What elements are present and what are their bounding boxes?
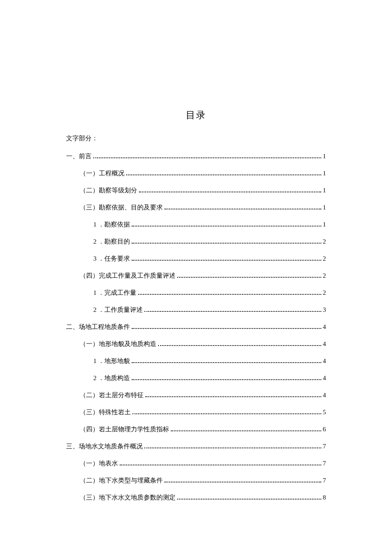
- toc-entry-text: 三、场地水文地质条件概况: [66, 441, 143, 451]
- toc-leader-dots: [177, 277, 321, 278]
- toc-entry-page: 1: [323, 168, 326, 178]
- toc-leader-dots: [120, 465, 321, 465]
- toc-entry-text: 2 ．地质构造: [93, 373, 130, 383]
- toc-entry: 2 ．工作质量评述3: [66, 305, 326, 315]
- toc-leader-dots: [177, 499, 321, 500]
- toc-entry-page: 7: [323, 441, 326, 451]
- toc-entry-page: 4: [323, 339, 326, 349]
- toc-entry: （四）完成工作量及工作质量评述2: [66, 270, 326, 281]
- toc-entry-page: 1: [323, 185, 326, 195]
- toc-entry: （三）特殊性岩土5: [66, 407, 326, 417]
- toc-entry-text: 二、场地工程地质条件: [66, 322, 130, 332]
- toc-entry: （二）地下水类型与埋藏条件7: [66, 475, 326, 485]
- toc-leader-dots: [93, 157, 321, 158]
- toc-entry-text: （三）地下水水文地质参数的测定: [80, 492, 176, 503]
- toc-entry-text: 一、前言: [66, 151, 92, 161]
- toc-leader-dots: [132, 260, 321, 261]
- toc-entry-page: 4: [323, 322, 326, 332]
- toc-entry-page: 6: [323, 424, 326, 434]
- toc-entry-page: 3: [323, 305, 326, 315]
- toc-leader-dots: [132, 226, 321, 227]
- toc-entry: 1 ．完成工作量2: [66, 288, 326, 298]
- toc-entry: 一、前言1: [66, 151, 326, 161]
- toc-entry-text: （四）岩土层物理力学性质指标: [80, 424, 169, 434]
- toc-leader-dots: [139, 192, 321, 192]
- toc-entry-page: 2: [323, 236, 326, 247]
- toc-list: 一、前言1（一）工程概况1（二）勘察等级划分1（三）勘察依据、目的及要求11 ．…: [66, 151, 326, 503]
- toc-entry: （四）岩土层物理力学性质指标6: [66, 424, 326, 434]
- toc-entry-page: 4: [323, 373, 326, 383]
- toc-leader-dots: [138, 294, 321, 295]
- toc-entry-page: 2: [323, 270, 326, 281]
- toc-entry: 3 ．任务要求2: [66, 253, 326, 264]
- toc-entry: （一）地表水7: [66, 458, 326, 468]
- toc-leader-dots: [132, 362, 321, 363]
- toc-leader-dots: [158, 345, 321, 346]
- toc-entry: （二）岩土层分布特征4: [66, 390, 326, 400]
- section-label: 文字部分：: [66, 134, 326, 142]
- toc-entry-text: 2 ．工作质量评述: [93, 305, 143, 315]
- toc-leader-dots: [126, 174, 321, 175]
- toc-entry-text: （二）勘察等级划分: [80, 185, 137, 195]
- toc-entry: （二）勘察等级划分1: [66, 185, 326, 195]
- toc-leader-dots: [164, 209, 321, 209]
- toc-leader-dots: [132, 379, 321, 380]
- toc-leader-dots: [132, 328, 321, 329]
- toc-entry: （一）工程概况1: [66, 168, 326, 178]
- toc-leader-dots: [145, 396, 321, 397]
- toc-entry-page: 4: [323, 390, 326, 400]
- toc-entry-text: 3 ．任务要求: [93, 253, 130, 264]
- toc-leader-dots: [171, 430, 321, 431]
- toc-entry: 1 ．勘察依据1: [66, 219, 326, 230]
- toc-entry-text: 2 ．勘察目的: [93, 236, 130, 247]
- toc-entry-page: 1: [323, 219, 326, 230]
- toc-entry-text: （一）工程概况: [80, 168, 124, 178]
- toc-leader-dots: [132, 243, 321, 244]
- toc-leader-dots: [133, 413, 321, 414]
- toc-entry-page: 5: [323, 407, 326, 417]
- toc-entry-page: 8: [323, 492, 326, 503]
- toc-entry-text: （一）地形地貌及地质构造: [80, 339, 156, 349]
- toc-entry-text: 1 ．完成工作量: [93, 288, 136, 298]
- toc-entry-text: （三）特殊性岩土: [80, 407, 131, 417]
- toc-entry-page: 1: [323, 151, 326, 161]
- toc-entry: 2 ．地质构造4: [66, 373, 326, 383]
- toc-entry-page: 1: [323, 202, 326, 212]
- toc-entry-page: 7: [323, 458, 326, 468]
- toc-leader-dots: [144, 447, 321, 448]
- toc-entry-text: （四）完成工作量及工作质量评述: [80, 270, 176, 281]
- toc-entry: 三、场地水文地质条件概况7: [66, 441, 326, 451]
- toc-entry: 2 ．勘察目的2: [66, 236, 326, 247]
- toc-title: 目录: [66, 109, 326, 122]
- toc-entry-text: 1 ．地形地貌: [93, 356, 130, 366]
- toc-entry-page: 7: [323, 475, 326, 485]
- toc-entry-page: 2: [323, 253, 326, 264]
- toc-leader-dots: [164, 482, 321, 482]
- toc-entry: 二、场地工程地质条件4: [66, 322, 326, 332]
- toc-entry-text: 1 ．勘察依据: [93, 219, 130, 230]
- toc-entry: （三）地下水水文地质参数的测定8: [66, 492, 326, 503]
- toc-entry-page: 4: [323, 356, 326, 366]
- toc-entry: （一）地形地貌及地质构造4: [66, 339, 326, 349]
- toc-entry-page: 2: [323, 288, 326, 298]
- toc-entry: 1 ．地形地貌4: [66, 356, 326, 366]
- toc-leader-dots: [144, 311, 321, 312]
- toc-entry-text: （二）岩土层分布特征: [80, 390, 144, 400]
- toc-entry: （三）勘察依据、目的及要求1: [66, 202, 326, 212]
- toc-entry-text: （二）地下水类型与埋藏条件: [80, 475, 163, 485]
- document-content: 目录 文字部分： 一、前言1（一）工程概况1（二）勘察等级划分1（三）勘察依据、…: [66, 109, 326, 509]
- toc-entry-text: （三）勘察依据、目的及要求: [80, 202, 163, 212]
- toc-entry-text: （一）地表水: [80, 458, 118, 468]
